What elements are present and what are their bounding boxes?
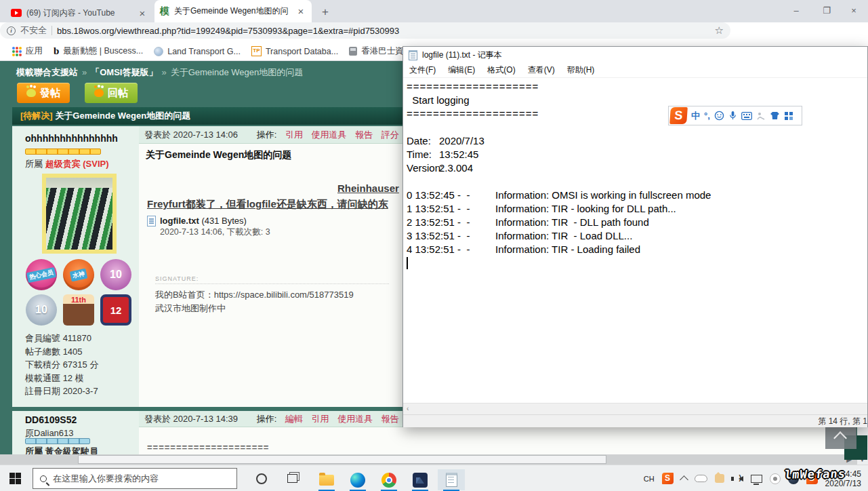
attachment-name[interactable]: logfile.txt (431 Bytes) [160, 216, 247, 226]
back-to-top-button[interactable] [825, 426, 856, 449]
bookmark-transport-database[interactable]: TP Transport Databa... [249, 46, 341, 56]
tp-logo-icon: TP [251, 46, 262, 56]
chinese-mode-icon[interactable]: 中 [691, 110, 700, 122]
notepad-title-bar[interactable]: logfile (11).txt - 记事本 [403, 47, 867, 63]
menu-view[interactable]: 查看(V) [528, 64, 555, 76]
stat-row: 註冊日期 2020-3-7 [25, 385, 98, 398]
post1-date: 發表於 2020-7-13 14:06 [144, 130, 238, 140]
edge-icon [350, 473, 365, 488]
action-report[interactable]: 報告 [355, 130, 373, 140]
thread-status-badge: [待解决] [20, 111, 53, 121]
menu-help[interactable]: 帮助(H) [567, 64, 595, 76]
action-quote[interactable]: 引用 [285, 130, 303, 140]
bookmark-hk-bus[interactable]: 香港巴士資 [346, 45, 407, 57]
task-view-button[interactable] [287, 474, 297, 483]
page-horizontal-scrollbar[interactable]: ▶ [0, 454, 857, 465]
tray-app-light-icon[interactable] [770, 473, 781, 484]
action-rate[interactable]: 評分 [381, 130, 399, 140]
post2-author-name[interactable]: DD6109S52 [25, 414, 77, 425]
taskbar-notepad[interactable] [438, 469, 465, 490]
breadcrumb-site[interactable]: 模載聯合支援站 [16, 67, 78, 77]
post1-avatar[interactable] [42, 174, 117, 254]
action-quote[interactable]: 引用 [312, 414, 329, 424]
bookmark-apps[interactable]: 应用 [9, 45, 45, 57]
reply-button[interactable]: 回帖 [85, 83, 138, 103]
notepad-menu-bar: 文件(F) 编辑(E) 格式(O) 查看(V) 帮助(H) [403, 63, 867, 78]
tab-forum-thread[interactable]: 模 关于Gemeinde Wegen地图的问 × [154, 0, 312, 22]
b-logo-icon: b [54, 45, 59, 57]
attachment-meta: 2020-7-13 14:06, 下載次數: 3 [160, 227, 270, 238]
window-close-button[interactable]: × [844, 2, 864, 20]
taskbar-app-dark[interactable] [407, 469, 434, 490]
soft-keyboard-icon[interactable] [741, 112, 752, 120]
taskbar-file-explorer[interactable] [313, 469, 340, 490]
tab-title: 关于Gemeinde Wegen地图的问 [174, 5, 291, 17]
group-value: 超级贵宾 (SVIP) [45, 159, 109, 169]
language-indicator[interactable]: CH [644, 475, 655, 483]
post1-user-stats: 會員編號 411870 帖子總數 1405 下載積分 67315 分 模載通匯 … [25, 332, 98, 398]
attachment-filename[interactable]: logfile.txt [160, 216, 199, 226]
emoji-icon[interactable] [714, 111, 724, 121]
sogou-logo-icon[interactable]: S [669, 107, 688, 124]
menu-file[interactable]: 文件(F) [409, 64, 436, 76]
bookmark-buscess[interactable]: b 最新動態 | Buscess... [51, 45, 146, 57]
dark-app-icon [413, 473, 428, 488]
group-label: 所屬 [25, 159, 43, 169]
action-use-item[interactable]: 使用道具 [312, 130, 347, 140]
skin-icon[interactable] [770, 111, 780, 120]
action-edit[interactable]: 編輯 [285, 414, 303, 424]
cortana-button[interactable] [256, 473, 267, 484]
signature-line[interactable]: 我的B站首页：https://space.bilibili.com/518773… [155, 289, 354, 301]
network-icon[interactable] [751, 475, 762, 483]
scrollbar-thumb[interactable] [78, 455, 606, 464]
log-line: Version:2.3.004 [407, 162, 473, 174]
new-post-button[interactable]: 發帖 [17, 83, 70, 103]
menu-edit[interactable]: 编辑(E) [448, 64, 475, 76]
badge-label: 热心会员 [26, 267, 56, 282]
new-tab-button[interactable]: + [318, 5, 332, 19]
tab-youtube[interactable]: (69) 订阅内容 - YouTube × [5, 3, 153, 22]
onedrive-icon[interactable] [695, 475, 707, 482]
post2-date: 發表於 2020-7-13 14:39 [144, 414, 238, 424]
window-minimize-button[interactable]: – [786, 2, 806, 20]
youtube-favicon-icon [11, 9, 22, 17]
url-text[interactable]: bbs.18wos.org/viewthread.php?tid=199249&… [57, 26, 710, 36]
breadcrumb-board[interactable]: 「OMSI答疑版」 [91, 67, 157, 77]
bookmark-label: 最新動態 | Buscess... [63, 45, 143, 57]
notepad-text-area[interactable]: ==================== Start logging =====… [403, 78, 867, 403]
toolbox-icon[interactable] [784, 111, 793, 121]
address-bar[interactable]: i 不安全 bbs.18wos.org/viewthread.php?tid=1… [0, 22, 730, 39]
tab-close-icon[interactable]: × [137, 7, 148, 19]
post2-author-panel: DD6109S52 原Dalian613 所屬 黃金級駕駛員 [12, 411, 139, 454]
taskbar-edge[interactable] [344, 469, 371, 490]
action-use-item[interactable]: 使用道具 [337, 414, 373, 424]
stat-row: 會員編號 411870 [25, 332, 98, 345]
ime-toolbar[interactable]: S 中 °, [668, 106, 802, 125]
voice-input-icon[interactable] [728, 111, 737, 121]
bookmark-land-transport[interactable]: Land Transport G... [151, 47, 243, 56]
post1-author-panel: ohhhhhhhhhhhhhhh 所屬 超级贵宾 (SVIP) 热心会员 水神 … [12, 126, 139, 407]
action-report[interactable]: 報告 [381, 414, 399, 424]
taskbar-search-box[interactable]: 在这里输入你要搜索的内容 [33, 468, 237, 489]
notepad-horizontal-scrollbar[interactable]: ‹ [403, 403, 867, 414]
post1-body-line1[interactable]: Rheinhauser [337, 182, 399, 194]
site-info-icon[interactable]: i [7, 26, 16, 35]
cursor-position-label: 第 14 行, 第 1 [818, 416, 867, 426]
post1-author-name[interactable]: ohhhhhhhhhhhhhhh [25, 133, 118, 144]
tab-close-icon[interactable]: × [295, 5, 306, 17]
start-button[interactable] [9, 473, 21, 484]
pet-app-icon[interactable] [715, 474, 724, 483]
browser-toolbar: ← → ⟳ i 不安全 bbs.18wos.org/viewthread.php… [0, 22, 868, 42]
taskbar-chrome[interactable] [375, 469, 402, 490]
post1-body-line2[interactable]: Freyfurt都装了，但看logfile还是缺东西，请问缺的东 [147, 198, 388, 211]
sogou-tray-icon[interactable]: S [662, 473, 674, 484]
volume-icon[interactable] [739, 476, 743, 482]
hidden-icons-chevron[interactable] [680, 475, 688, 484]
scroll-left-icon[interactable]: ‹ [407, 405, 409, 412]
bookmark-star-icon[interactable]: ☆ [715, 24, 724, 37]
punctuation-mode-icon[interactable]: °, [704, 111, 710, 121]
handwriting-icon[interactable] [756, 111, 766, 121]
stat-row: 帖子總數 1405 [25, 345, 98, 359]
window-restore-button[interactable]: ❐ [817, 2, 837, 20]
menu-format[interactable]: 格式(O) [487, 64, 515, 76]
